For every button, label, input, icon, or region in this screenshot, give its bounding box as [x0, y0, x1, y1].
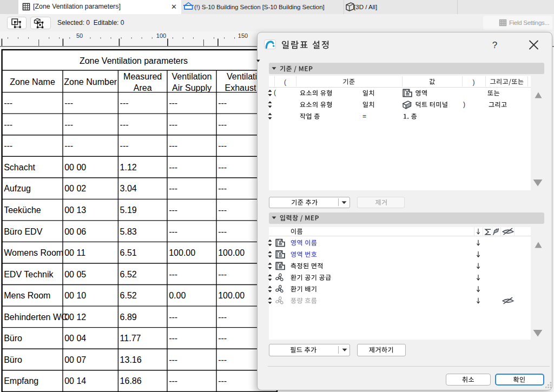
svg-text:?: ?: [492, 40, 497, 50]
svg-text:(: (: [284, 78, 286, 86]
svg-text:): ): [473, 78, 475, 86]
svg-text:=: =: [362, 112, 366, 120]
svg-text:(: (: [274, 89, 276, 96]
svg-text:): ): [463, 101, 465, 108]
